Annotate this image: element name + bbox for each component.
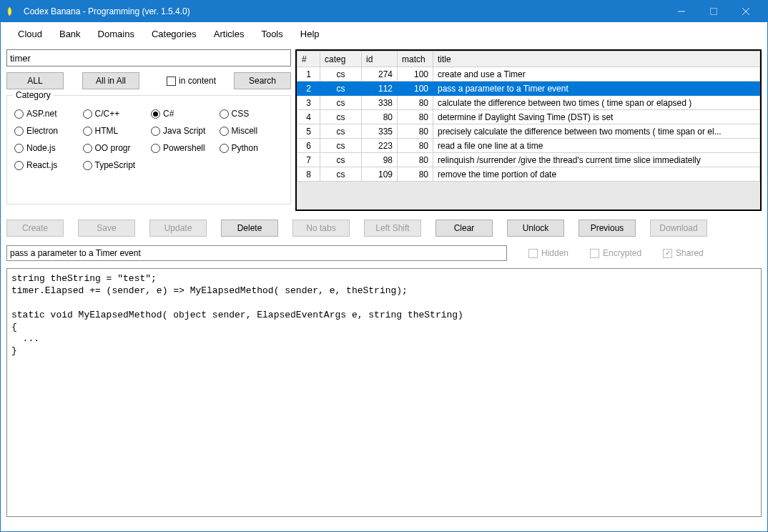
radio-icon (83, 144, 92, 153)
table-row[interactable]: 2cs112100pass a parameter to a Timer eve… (297, 82, 760, 96)
article-title-input[interactable] (6, 245, 507, 261)
col-categ[interactable]: categ (320, 51, 362, 67)
category-radio[interactable]: OO progr (83, 143, 147, 153)
radio-icon (220, 109, 229, 119)
col-title[interactable]: title (433, 51, 760, 67)
radio-icon (83, 127, 92, 136)
category-radio[interactable]: TypeScript (83, 160, 147, 170)
category-legend: Category (13, 90, 54, 100)
close-button[interactable] (729, 1, 762, 22)
category-radio[interactable]: Python (220, 143, 284, 153)
category-radio[interactable]: Powershell (151, 143, 215, 153)
category-radio[interactable]: Node.js (14, 143, 79, 153)
table-row[interactable]: 5cs33580precisely calculate the differen… (297, 124, 760, 139)
create-button: Create (6, 220, 64, 237)
window-controls (665, 1, 762, 22)
download-button: Download (650, 220, 707, 237)
app-icon (6, 6, 18, 17)
shared-checkbox: Shared (663, 248, 704, 258)
table-row[interactable]: 8cs10980remove the time portion of date (297, 167, 760, 182)
table-row[interactable]: 4cs8080determine if Daylight Saving Time… (297, 110, 760, 124)
titlebar: Codex Banana - Programming (ver. 1.5.4.0… (1, 1, 767, 22)
radio-icon (151, 127, 160, 136)
delete-button[interactable]: Delete (221, 220, 278, 237)
in-content-label: in content (179, 76, 216, 86)
svg-rect-1 (710, 9, 717, 15)
category-radio[interactable]: CSS (220, 109, 284, 119)
category-radio[interactable]: Miscell (220, 126, 284, 136)
radio-icon (83, 161, 92, 170)
in-content-checkbox[interactable]: in content (167, 76, 216, 86)
results-table[interactable]: # categ id match title 1cs274100create a… (295, 49, 762, 211)
radio-icon (14, 109, 24, 119)
menu-categories[interactable]: Categories (143, 24, 205, 44)
checkbox-icon (167, 77, 176, 86)
category-radio[interactable]: C/C++ (83, 109, 147, 119)
category-radio[interactable]: React.js (14, 160, 79, 170)
category-radio[interactable]: HTML (83, 126, 147, 136)
checkbox-icon (528, 249, 538, 258)
maximize-button[interactable] (697, 1, 729, 22)
leftshift-button: Left Shift (364, 220, 421, 237)
radio-icon (14, 144, 24, 153)
code-textarea[interactable] (6, 268, 762, 517)
save-button: Save (78, 220, 135, 237)
menu-help[interactable]: Help (292, 24, 328, 44)
category-radio[interactable]: ASP.net (14, 109, 79, 119)
minimize-button[interactable] (665, 1, 697, 22)
menu-articles[interactable]: Articles (205, 24, 253, 44)
clear-button[interactable]: Clear (435, 220, 493, 237)
category-group: Category ASP.netC/C++C#CSSElectronHTMLJa… (6, 95, 291, 205)
window-title: Codex Banana - Programming (ver. 1.5.4.0… (24, 6, 665, 16)
category-radio[interactable]: C# (151, 109, 215, 119)
menu-tools[interactable]: Tools (252, 24, 291, 44)
checkbox-icon (590, 249, 599, 258)
update-button: Update (149, 220, 207, 237)
checkbox-icon (663, 249, 672, 258)
hidden-checkbox: Hidden (528, 248, 568, 258)
category-radio[interactable]: Electron (14, 126, 79, 136)
menu-cloud[interactable]: Cloud (9, 24, 51, 44)
radio-icon (220, 144, 229, 153)
encrypted-checkbox: Encrypted (590, 248, 641, 258)
radio-icon (151, 144, 160, 153)
menubar: CloudBankDomainsCategoriesArticlesToolsH… (1, 22, 767, 45)
menu-bank[interactable]: Bank (51, 24, 89, 44)
col-id[interactable]: id (362, 51, 398, 67)
menu-domains[interactable]: Domains (89, 24, 143, 44)
table-row[interactable]: 1cs274100create and use a Timer (297, 67, 760, 82)
table-row[interactable]: 6cs22380read a file one line at a time (297, 139, 760, 153)
notabs-button: No tabs (292, 220, 350, 237)
radio-icon (14, 127, 24, 136)
col-match[interactable]: match (398, 51, 433, 67)
category-radio[interactable]: Java Script (151, 126, 215, 136)
col-num[interactable]: # (297, 51, 320, 67)
table-row[interactable]: 7cs9880relinquish /surrender /give the t… (297, 153, 760, 167)
search-input[interactable] (6, 49, 291, 66)
unlock-button[interactable]: Unlock (507, 220, 564, 237)
all-in-all-button[interactable]: All in All (82, 72, 139, 89)
search-button[interactable]: Search (234, 72, 291, 89)
table-row[interactable]: 3cs33880calculate the difference between… (297, 96, 760, 110)
radio-icon (83, 109, 92, 119)
previous-button[interactable]: Previous (579, 220, 636, 237)
radio-icon (151, 109, 160, 119)
all-button[interactable]: ALL (6, 72, 64, 89)
radio-icon (14, 161, 24, 170)
radio-icon (220, 127, 229, 136)
